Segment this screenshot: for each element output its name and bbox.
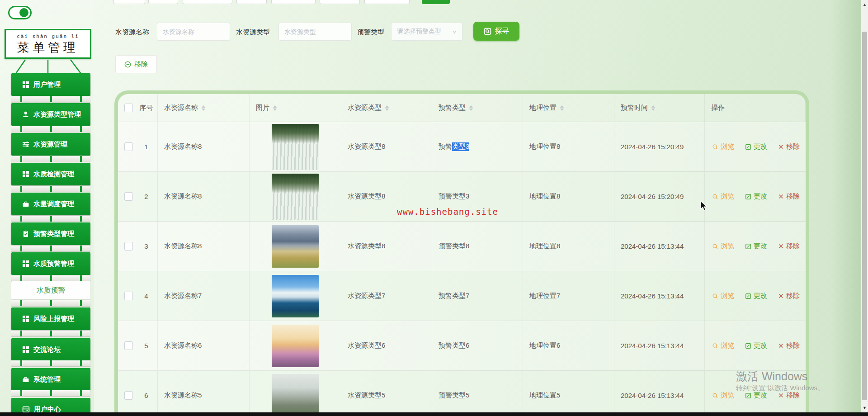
view-link[interactable]: 浏览	[712, 292, 734, 300]
sidebar-item-water-management[interactable]: 水资源管理	[11, 133, 90, 156]
top-tab[interactable]	[271, 0, 316, 4]
remove-link[interactable]: 移除	[778, 242, 800, 251]
cell-time: 2024-04-26 15:13:44	[614, 321, 705, 371]
filter-type-input[interactable]	[278, 23, 352, 41]
magnifier-icon	[712, 144, 718, 150]
header-select-all	[118, 94, 135, 122]
sort-icon[interactable]	[385, 105, 389, 111]
sort-icon[interactable]	[273, 105, 277, 111]
header-name[interactable]: 水资源名称	[158, 94, 250, 122]
edit-link[interactable]: 更改	[745, 242, 767, 251]
header-warning[interactable]: 预警类型	[432, 94, 523, 122]
header-time[interactable]: 预警时间	[614, 94, 705, 122]
cell-location: 地理位置5	[523, 371, 614, 416]
remove-button-label: 移除	[134, 60, 148, 69]
row-checkbox-cell	[118, 321, 135, 371]
row-checkbox[interactable]	[124, 242, 133, 251]
sidebar-item-water-type-management[interactable]: 水资源类型管理	[11, 103, 90, 126]
sidebar-toggle[interactable]	[8, 6, 32, 19]
scroll-down-icon[interactable]: ▼	[861, 404, 868, 411]
cell-warning: 预警类型6	[432, 321, 523, 371]
edit-label: 更改	[754, 341, 767, 350]
row-checkbox[interactable]	[124, 391, 133, 400]
bottom-edge-strip	[0, 412, 868, 416]
view-link[interactable]: 浏览	[712, 341, 734, 350]
search-button[interactable]: 探寻	[473, 22, 519, 41]
sidebar-item-water-quality-warning-management[interactable]: 水质预警管理	[11, 252, 90, 275]
header-image[interactable]: 图片	[250, 94, 341, 122]
remove-link[interactable]: 移除	[778, 142, 800, 151]
sidebar-connector	[11, 360, 90, 366]
batch-remove-button[interactable]: 移除	[115, 55, 157, 73]
filter-type-label: 水资源类型	[236, 28, 270, 37]
row-checkbox[interactable]	[124, 192, 133, 201]
view-label: 浏览	[721, 142, 734, 151]
view-link[interactable]: 浏览	[712, 192, 734, 201]
view-link[interactable]: 浏览	[712, 391, 734, 400]
cell-warning: 预警类型3	[432, 122, 523, 172]
sidebar-item-system-management[interactable]: 系统管理	[11, 368, 90, 391]
top-tab[interactable]	[320, 0, 360, 4]
sidebar-item-forum[interactable]: 交流论坛	[11, 338, 90, 361]
edit-link[interactable]: 更改	[745, 192, 767, 201]
view-link[interactable]: 浏览	[712, 142, 734, 151]
cell-operations: 浏览 更改 移除	[705, 222, 806, 271]
view-link[interactable]: 浏览	[712, 242, 734, 251]
cell-location: 地理位置8	[523, 222, 614, 271]
row-checkbox[interactable]	[124, 292, 133, 300]
waterfall-photo	[272, 124, 319, 170]
row-checkbox[interactable]	[124, 341, 133, 350]
briefcase-icon	[22, 376, 29, 383]
header-label: 水资源类型	[348, 104, 382, 112]
remove-link[interactable]: 移除	[778, 192, 800, 201]
sidebar-item-water-quality-testing[interactable]: 水质检测管理	[11, 163, 90, 185]
header-location[interactable]: 地理位置	[523, 94, 614, 122]
close-icon	[778, 392, 784, 398]
sidebar-connector	[11, 156, 90, 162]
activate-windows-hint: 转到“设置”以激活 Windows。	[736, 384, 824, 392]
sidebar-item-label: 水资源管理	[33, 140, 67, 149]
top-tab[interactable]	[183, 0, 232, 4]
filter-name-input[interactable]	[157, 23, 230, 41]
vertical-scrollbar[interactable]: ▲ ▼	[861, 0, 868, 416]
row-checkbox[interactable]	[124, 142, 133, 151]
sidebar-item-water-quality-warning-active[interactable]: 水质预警	[11, 281, 90, 299]
sort-icon[interactable]	[560, 105, 564, 111]
select-all-checkbox[interactable]	[124, 104, 133, 112]
cell-name: 水资源名称8	[158, 172, 250, 222]
edit-link[interactable]: 更改	[745, 292, 767, 300]
filter-warning-label: 预警类型	[357, 28, 384, 37]
edit-link[interactable]: 更改	[745, 341, 767, 350]
top-tab[interactable]	[236, 0, 267, 4]
sidebar-item-risk-report[interactable]: 风险上报管理	[11, 307, 90, 330]
mountain-photo	[272, 225, 319, 268]
top-tab[interactable]	[113, 0, 145, 4]
top-tab-active[interactable]	[422, 0, 450, 4]
cell-operations: 浏览 更改 移除	[705, 122, 806, 172]
sort-icon[interactable]	[469, 105, 473, 111]
menu-sign-title: 菜单管理	[6, 39, 90, 56]
sidebar-item-water-dispatch[interactable]: 水量调度管理	[11, 193, 90, 215]
header-type[interactable]: 水资源类型	[341, 94, 432, 122]
cell-index: 6	[135, 371, 158, 416]
cell-image	[250, 371, 341, 416]
sidebar-connector	[11, 126, 90, 132]
scroll-up-icon[interactable]: ▲	[861, 1, 868, 8]
remove-link[interactable]: 移除	[778, 292, 800, 300]
scrollbar-thumb[interactable]	[862, 32, 867, 400]
edit-link[interactable]: 更改	[745, 142, 767, 151]
sidebar-item-user-management[interactable]: 用户管理	[11, 73, 90, 96]
sliders-icon	[22, 141, 29, 148]
sort-icon[interactable]	[651, 105, 655, 111]
filter-warning-select[interactable]: 请选择预警类型 ∨	[391, 23, 462, 41]
activate-windows-watermark: 激活 Windows	[736, 369, 807, 384]
remove-link[interactable]: 移除	[778, 341, 800, 350]
top-tab[interactable]	[148, 0, 178, 4]
sort-icon[interactable]	[202, 105, 205, 111]
toggle-knob-icon	[19, 8, 28, 17]
top-tab[interactable]	[364, 0, 410, 4]
cell-type: 水资源类型6	[341, 321, 432, 371]
sidebar-item-warning-type-management[interactable]: 预警类型管理	[11, 222, 90, 245]
cell-index: 1	[135, 122, 158, 172]
edit-icon	[745, 243, 751, 250]
